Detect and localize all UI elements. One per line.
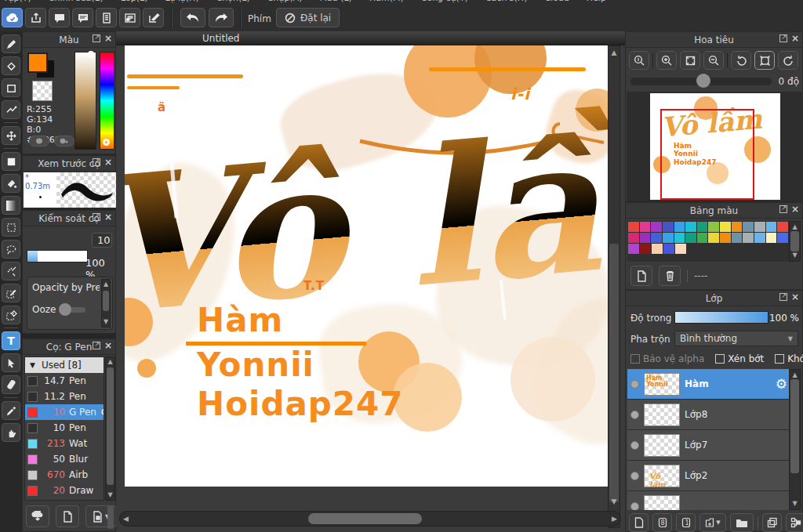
close-icon[interactable]: × (104, 342, 112, 349)
document-icon[interactable] (96, 8, 117, 27)
palette-swatch[interactable] (708, 222, 719, 232)
palette-swatch[interactable] (674, 222, 685, 232)
compose-icon[interactable] (143, 8, 164, 27)
palette-swatch[interactable] (663, 244, 674, 254)
layer-visibility-dot[interactable] (630, 472, 639, 480)
menu-item[interactable]: Cloud (544, 0, 569, 3)
menu-item[interactable]: Lớp(L) (121, 0, 148, 3)
popout-icon[interactable]: ↗ (779, 293, 787, 301)
brush-tool-icon[interactable] (2, 34, 20, 53)
palette-swatch[interactable] (674, 233, 685, 243)
menu-item[interactable]: Help (587, 0, 606, 3)
select-eraser-tool-icon[interactable] (2, 306, 20, 324)
shape-tool-icon[interactable] (2, 78, 20, 97)
layer-row[interactable]: Vô lầmLớp2 (627, 461, 790, 491)
palette-swatch[interactable] (628, 233, 639, 243)
menu-item[interactable]: Chỉnh sửa(E) (49, 0, 104, 3)
brush-row[interactable]: 213Wat (25, 436, 104, 451)
layer-blend-dropdown[interactable]: Bình thường▼ (674, 331, 798, 346)
rotate-right-button[interactable] (778, 51, 798, 70)
popout-icon[interactable]: ↗ (93, 342, 100, 349)
palette-swatch[interactable] (628, 244, 639, 254)
eraser-tool-icon[interactable] (2, 56, 20, 75)
curve-tool-icon[interactable] (2, 100, 20, 119)
popout-icon[interactable]: ↗ (93, 213, 100, 221)
comment-icon[interactable] (49, 8, 70, 27)
palette-swatch[interactable] (732, 233, 743, 243)
brush-row[interactable]: 670Airb (25, 467, 104, 483)
menu-item[interactable]: Chụp(A) (267, 0, 303, 3)
move-tool-icon[interactable] (2, 126, 20, 145)
close-icon[interactable]: × (104, 158, 112, 166)
popout-icon[interactable]: ↗ (93, 158, 100, 166)
zoom-fit-button[interactable] (680, 51, 700, 70)
palette-swatch[interactable] (685, 233, 696, 243)
palette-swatch[interactable] (743, 233, 754, 243)
navigator-view-rect[interactable] (660, 109, 754, 200)
palette-swatch[interactable] (640, 244, 651, 254)
palette-swatch[interactable] (663, 233, 674, 243)
gear-icon[interactable]: ⚙ (776, 376, 787, 392)
new-1bit-layer-button[interactable]: 1 (676, 513, 696, 532)
brush-list-scrollbar[interactable]: ▲▼ (105, 356, 115, 501)
list-settings-icon[interactable] (119, 8, 140, 27)
reset-rotation-button[interactable] (754, 51, 775, 70)
options-scrollbar[interactable]: ▲▼ (101, 279, 111, 328)
navigator-viewport[interactable]: Vô lầm HàmYonniiHoidap247 (627, 92, 803, 201)
layer-visibility-dot[interactable] (630, 380, 639, 389)
layer-opacity-slider[interactable] (674, 311, 768, 324)
new-folder-button[interactable] (730, 513, 754, 532)
saturation-value-picker[interactable] (74, 52, 96, 150)
close-icon[interactable]: × (104, 34, 112, 42)
brush-download-button[interactable] (26, 505, 49, 527)
layer-visibility-dot[interactable] (630, 441, 639, 450)
gear-icon[interactable]: ⚙ (100, 407, 104, 418)
brush-add-button[interactable] (56, 505, 79, 527)
gradient-tool-icon[interactable] (2, 196, 20, 215)
menu-item[interactable]: Chọn(L) (216, 0, 250, 3)
layer-row[interactable]: Lớp7 (627, 430, 790, 461)
select-pen-tool-icon[interactable] (2, 284, 20, 302)
layer-visibility-dot[interactable] (630, 411, 639, 419)
palette-swatch[interactable] (720, 233, 731, 243)
close-icon[interactable]: × (104, 213, 112, 221)
lasso-tool-icon[interactable] (2, 240, 20, 259)
select-rect-tool-icon[interactable] (2, 218, 20, 237)
duplicate-layer-button[interactable] (762, 513, 782, 532)
canvas[interactable]: Vô lầm ä i-i T.T Hàm Yonnii Hoidap247 (125, 45, 608, 487)
redo-button[interactable] (209, 8, 234, 27)
menu-item[interactable]: Mẫu (L) (319, 0, 351, 3)
palette-swatch[interactable] (777, 233, 788, 243)
layer-row[interactable]: Lớp8 (627, 400, 790, 430)
clipping-checkbox[interactable]: Xén bớt (715, 353, 764, 364)
new-layer-menu-button[interactable]: ▼ (699, 513, 726, 532)
palette-swatch[interactable] (675, 244, 686, 254)
brush-row[interactable]: 20Draw (25, 483, 104, 498)
palette-swatch[interactable] (651, 233, 662, 243)
new-8bit-layer-button[interactable]: 8 (652, 513, 672, 532)
palette-swatch[interactable] (640, 222, 651, 232)
layer-row[interactable]: HàmYonniiHàm⚙ (627, 369, 790, 400)
rotation-slider[interactable] (630, 78, 772, 85)
brush-option-ooze[interactable]: Ooze (32, 304, 56, 315)
popout-icon[interactable]: ↗ (779, 205, 787, 213)
palette-swatch[interactable] (732, 222, 743, 232)
palette-add-button[interactable] (630, 266, 652, 286)
brush-row[interactable]: 10G Pen⚙ (25, 404, 104, 420)
palette-swatch[interactable] (720, 222, 731, 232)
palette-swatch[interactable] (663, 222, 674, 232)
menu-item[interactable]: Hàm(M) (369, 0, 404, 3)
palette-swatch[interactable] (743, 222, 754, 232)
eyedropper-tool-icon[interactable] (2, 401, 20, 420)
canvas-hscrollbar[interactable]: ◀ ▶ (119, 511, 621, 527)
menu-items[interactable]: Tập(T)Chỉnh sửa(E)Lớp(L)Lự lạ(H)Chọn(L)C… (3, 0, 623, 3)
lock-checkbox[interactable]: Khóa (775, 353, 803, 364)
layer-row[interactable] (627, 491, 790, 510)
undo-button[interactable] (180, 8, 205, 27)
export-icon[interactable] (25, 8, 46, 27)
merge-layer-button[interactable] (786, 513, 803, 532)
close-icon[interactable]: × (791, 205, 799, 213)
new-layer-button[interactable] (629, 513, 649, 532)
palette-swatch[interactable] (777, 222, 788, 232)
zoom-actual-button[interactable] (629, 51, 649, 70)
